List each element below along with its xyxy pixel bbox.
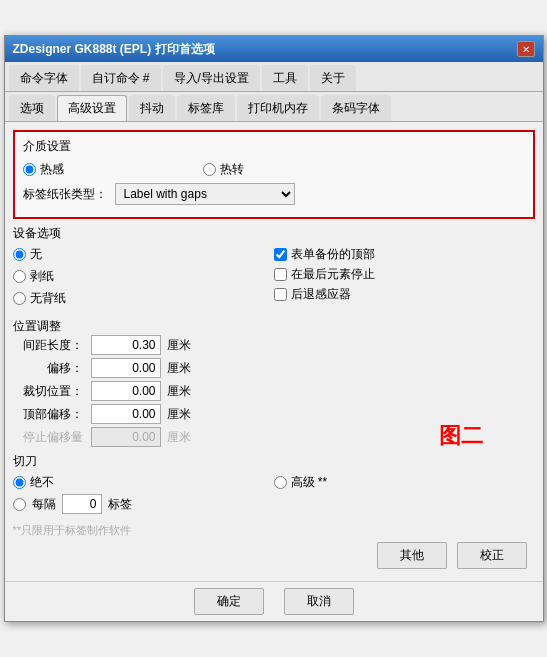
tab1-item-1[interactable]: 自订命令 # bbox=[81, 65, 161, 91]
cutter-never-radio[interactable] bbox=[13, 476, 26, 489]
main-window: ZDesigner GK888t (EPL) 打印首选项 ✕ 命令字体自订命令 … bbox=[4, 35, 544, 622]
bottom-buttons: 确定 取消 bbox=[5, 581, 543, 621]
window-title: ZDesigner GK888t (EPL) 打印首选项 bbox=[13, 41, 215, 58]
cutter-advanced-radio[interactable] bbox=[274, 476, 287, 489]
tab2-item-4[interactable]: 打印机内存 bbox=[237, 95, 319, 121]
cutter-advanced-row: 高级 ** bbox=[274, 474, 535, 491]
device-noback-row: 无背纸 bbox=[13, 290, 274, 307]
tab-row-1: 命令字体自订命令 #导入/导出设置工具关于 bbox=[5, 62, 543, 92]
pos-cut-input[interactable] bbox=[91, 381, 161, 401]
cutter-section: 切刀 绝不 每隔 标签 bbox=[13, 453, 535, 517]
device-section: 设备选项 无 剥纸 bbox=[13, 225, 535, 312]
cutter-left: 绝不 每隔 标签 bbox=[13, 474, 274, 517]
pos-cut-row: 裁切位置： 厘米 bbox=[13, 381, 535, 401]
title-controls: ✕ bbox=[517, 41, 535, 57]
pos-stop-input bbox=[91, 427, 161, 447]
media-section: 介质设置 热感 热转 标签纸张类型： Label with gapsContin… bbox=[13, 130, 535, 219]
device-left: 无 剥纸 无背纸 bbox=[13, 246, 274, 312]
pos-gap-label: 间距长度： bbox=[13, 337, 83, 354]
tab2-item-5[interactable]: 条码字体 bbox=[321, 95, 391, 121]
position-title: 位置调整 bbox=[13, 318, 535, 335]
media-section-title: 介质设置 bbox=[23, 138, 525, 155]
thermal-transfer-radio[interactable] bbox=[203, 163, 216, 176]
note-text: **只限用于标签制作软件 bbox=[13, 523, 535, 538]
back-sensor-checkbox[interactable] bbox=[274, 288, 287, 301]
cutter-never-row: 绝不 bbox=[13, 474, 274, 491]
paper-type-label: 标签纸张类型： bbox=[23, 186, 107, 203]
device-none-row: 无 bbox=[13, 246, 274, 263]
device-peel-radio[interactable] bbox=[13, 270, 26, 283]
cancel-button[interactable]: 取消 bbox=[284, 588, 354, 615]
pos-offset-input[interactable] bbox=[91, 358, 161, 378]
tab1-item-0[interactable]: 命令字体 bbox=[9, 65, 79, 91]
pos-cut-label: 裁切位置： bbox=[13, 383, 83, 400]
thermal-transfer-label[interactable]: 热转 bbox=[203, 161, 323, 178]
pos-offset-label: 偏移： bbox=[13, 360, 83, 377]
tab1-item-3[interactable]: 工具 bbox=[262, 65, 308, 91]
paper-type-row: 标签纸张类型： Label with gapsContinuous mediaM… bbox=[23, 183, 525, 205]
main-content: 介质设置 热感 热转 标签纸张类型： Label with gapsContin… bbox=[5, 122, 543, 581]
device-right: 表单备份的顶部 在最后元素停止 后退感应器 bbox=[274, 246, 535, 312]
pos-top-label: 顶部偏移： bbox=[13, 406, 83, 423]
close-button[interactable]: ✕ bbox=[517, 41, 535, 57]
device-none-radio[interactable] bbox=[13, 248, 26, 261]
pos-gap-input[interactable] bbox=[91, 335, 161, 355]
last-elem-row: 在最后元素停止 bbox=[274, 266, 535, 283]
tab2-item-2[interactable]: 抖动 bbox=[129, 95, 175, 121]
cutter-every-input[interactable] bbox=[62, 494, 102, 514]
thermal-radio[interactable] bbox=[23, 163, 36, 176]
device-noback-radio[interactable] bbox=[13, 292, 26, 305]
paper-type-select[interactable]: Label with gapsContinuous mediaMark sens… bbox=[115, 183, 295, 205]
ok-button[interactable]: 确定 bbox=[194, 588, 264, 615]
cutter-every-row: 每隔 标签 bbox=[13, 494, 274, 514]
device-peel-row: 剥纸 bbox=[13, 268, 274, 285]
pos-top-input[interactable] bbox=[91, 404, 161, 424]
cutter-every-radio[interactable] bbox=[13, 498, 26, 511]
form-backup-checkbox[interactable] bbox=[274, 248, 287, 261]
tab2-item-3[interactable]: 标签库 bbox=[177, 95, 235, 121]
tab1-item-2[interactable]: 导入/导出设置 bbox=[163, 65, 260, 91]
other-button[interactable]: 其他 bbox=[377, 542, 447, 569]
pos-offset-row: 偏移： 厘米 bbox=[13, 358, 535, 378]
device-section-title: 设备选项 bbox=[13, 225, 535, 242]
cutter-title: 切刀 bbox=[13, 453, 535, 470]
cutter-right: 高级 ** 图二 bbox=[274, 474, 535, 517]
device-options: 无 剥纸 无背纸 bbox=[13, 246, 535, 312]
figure-label: 图二 bbox=[439, 421, 483, 451]
last-elem-checkbox[interactable] bbox=[274, 268, 287, 281]
tab2-item-0[interactable]: 选项 bbox=[9, 95, 55, 121]
thermal-label[interactable]: 热感 bbox=[23, 161, 143, 178]
cutter-rows: 绝不 每隔 标签 高级 ** 图二 bbox=[13, 474, 535, 517]
thermal-row: 热感 热转 bbox=[23, 161, 525, 178]
pos-gap-row: 间距长度： 厘米 bbox=[13, 335, 535, 355]
correct-button[interactable]: 校正 bbox=[457, 542, 527, 569]
pos-stop-label: 停止偏移量 bbox=[13, 429, 83, 446]
title-bar: ZDesigner GK888t (EPL) 打印首选项 ✕ bbox=[5, 36, 543, 62]
action-buttons: 其他 校正 bbox=[13, 538, 535, 573]
tab-row-2: 选项高级设置抖动标签库打印机内存条码字体 bbox=[5, 92, 543, 122]
form-backup-row: 表单备份的顶部 bbox=[274, 246, 535, 263]
tab1-item-4[interactable]: 关于 bbox=[310, 65, 356, 91]
tab2-item-1[interactable]: 高级设置 bbox=[57, 95, 127, 121]
back-sensor-row: 后退感应器 bbox=[274, 286, 535, 303]
